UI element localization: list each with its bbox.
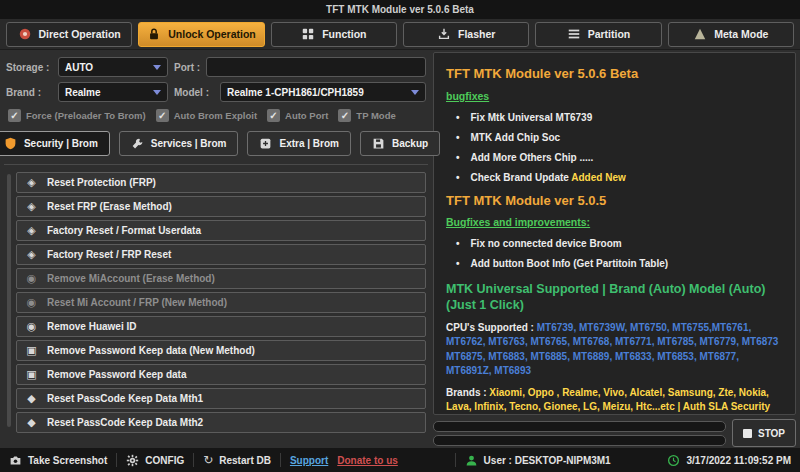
operation-label: Reset PassCode Keep Data Mth2 — [47, 417, 203, 428]
title-bar: TFT MTK Module ver 5.0.6 Beta — [0, 0, 800, 19]
take-screenshot-label: Take Screenshot — [28, 455, 107, 466]
operation-button[interactable]: Reset Protection (FRP) — [16, 172, 426, 193]
operation-button[interactable]: Reset Mi Account / FRP (New Method) — [16, 292, 426, 313]
subtab-backup[interactable]: Backup — [360, 131, 440, 156]
config-label: CONFIG — [145, 455, 184, 466]
mode-checkbox[interactable]: Force (Preloader To Brom) — [8, 109, 146, 122]
tab-meta-mode[interactable]: Meta Mode — [668, 22, 794, 47]
operation-button[interactable]: Remove MiAccount (Erase Method) — [16, 268, 426, 289]
erase-icon — [25, 248, 38, 261]
tab-function[interactable]: Function — [271, 22, 397, 47]
erase-icon — [25, 224, 38, 237]
brand-label: Brand : — [6, 87, 52, 98]
tab-direct-operation[interactable]: Direct Operation — [6, 22, 132, 47]
operation-button[interactable]: Remove Huawei ID — [16, 316, 426, 337]
chevron-down-icon — [153, 65, 161, 70]
operation-label: Reset FRP (Erase Method) — [47, 201, 172, 212]
operation-label: Reset Mi Account / FRP (New Method) — [47, 297, 227, 308]
mode-checkbox[interactable]: Auto Port — [267, 109, 328, 122]
model-label: Model : — [174, 87, 214, 98]
tab-label: Function — [322, 28, 366, 40]
bullet-icon: • — [456, 258, 460, 269]
status-bar: Take Screenshot CONFIG ↻ Restart DB Supp… — [0, 447, 800, 472]
bullet-icon: • — [456, 132, 460, 143]
divider — [116, 453, 117, 467]
operation-button[interactable]: Reset PassCode Keep Data Mth1 — [16, 388, 426, 409]
operation-label: Remove Password Keep data (New Method) — [47, 345, 255, 356]
checkbox-box-icon — [267, 109, 280, 122]
log-text: Fix no connected device Broom — [471, 238, 622, 249]
scrollbar[interactable] — [7, 174, 11, 427]
tab-unlock-operation[interactable]: Unlock Operation — [138, 22, 264, 47]
operation-label: Remove Password Keep data — [47, 369, 187, 380]
log-line: bugfixes — [446, 90, 783, 104]
datetime-status: 3/17/2022 11:09:52 PM — [667, 454, 791, 467]
log-line: •MTK Add Chip Soc — [446, 131, 783, 144]
subtab-extra-brom[interactable]: Extra | Brom — [247, 131, 350, 156]
storage-label: Storage : — [6, 62, 52, 73]
subtab-label: Extra | Brom — [279, 138, 338, 149]
config-button[interactable]: CONFIG — [126, 454, 184, 467]
operation-button[interactable]: Reset FRP (Erase Method) — [16, 196, 426, 217]
brand-select[interactable]: Realme — [58, 82, 168, 102]
operation-label: Factory Reset / Format Userdata — [47, 225, 201, 236]
mode-checkbox[interactable]: Auto Brom Exploit — [156, 109, 257, 122]
subtab-services-brom[interactable]: Services | Brom — [119, 131, 239, 156]
port-input[interactable] — [206, 57, 426, 77]
operation-button[interactable]: Reset PassCode Keep Data Mth2 — [16, 412, 426, 433]
brom-subtabs: Security | Brom Services | Brom Extra | … — [4, 131, 428, 156]
window-title: TFT MTK Module ver 5.0.6 Beta — [326, 4, 474, 15]
model-select[interactable]: Realme 1-CPH1861/CPH1859 — [220, 82, 426, 102]
log-line: •Add button Boot Info (Get Partitoin Tab… — [446, 257, 783, 270]
mode-checkbox[interactable]: TP Mode — [338, 109, 395, 122]
take-screenshot-button[interactable]: Take Screenshot — [9, 454, 107, 467]
subtab-label: Backup — [392, 138, 428, 149]
log-line: MTK Universal Supported | Brand (Auto) M… — [446, 281, 783, 314]
operation-label: Remove MiAccount (Erase Method) — [47, 273, 215, 284]
tab-flasher[interactable]: Flasher — [403, 22, 529, 47]
log-line: TFT MTK Module ver 5.0.5 — [446, 193, 783, 210]
tab-label: Partition — [588, 28, 631, 40]
subtab-security-brom[interactable]: Security | Brom — [0, 131, 110, 156]
stop-label: STOP — [758, 428, 785, 439]
tab-partition[interactable]: Partition — [535, 22, 661, 47]
log-text: Xiaomi, Oppo , Realme, Vivo, Alcatel, Sa… — [446, 387, 770, 415]
progress-bar-2 — [433, 435, 726, 446]
storage-value: AUTO — [65, 62, 93, 73]
operation-button[interactable]: Remove Password Keep data (New Method) — [16, 340, 426, 361]
log-panel[interactable]: TFT MTK Module ver 5.0.6 Betabugfixes•Fi… — [433, 52, 796, 415]
main-area: Storage : AUTO Port : Brand : Realme Mod… — [0, 50, 800, 447]
operation-button[interactable]: Factory Reset / FRP Reset — [16, 244, 426, 265]
restart-db-button[interactable]: ↻ Restart DB — [203, 453, 271, 467]
checkbox-label: Auto Port — [285, 110, 328, 121]
mode-checkboxes: Force (Preloader To Brom) Auto Brom Expl… — [8, 109, 426, 122]
lock-icon — [25, 344, 38, 357]
subtab-label: Security | Brom — [24, 138, 98, 149]
tab-label: Direct Operation — [39, 28, 121, 40]
log-line: Brands : Xiaomi, Oppo , Realme, Vivo, Al… — [446, 386, 783, 415]
operation-label: Remove Huawei ID — [47, 321, 136, 332]
console-bar: STOP — [433, 419, 796, 447]
donate-link[interactable]: Donate to us — [337, 455, 398, 466]
support-link[interactable]: Support — [290, 455, 328, 466]
operation-button[interactable]: Remove Password Keep data — [16, 364, 426, 385]
log-line: •Fix no connected device Broom — [446, 237, 783, 250]
bullet-icon: • — [456, 172, 460, 183]
operation-button[interactable]: Factory Reset / Format Userdata — [16, 220, 426, 241]
lock-icon — [25, 368, 38, 381]
log-text: bugfixes — [446, 90, 489, 102]
restart-icon: ↻ — [203, 453, 213, 467]
left-panel: Storage : AUTO Port : Brand : Realme Mod… — [4, 52, 428, 447]
storage-select[interactable]: AUTO — [58, 57, 168, 77]
log-text: CPU's Supported : — [446, 322, 537, 333]
chevron-down-icon — [153, 90, 161, 95]
user-status: User : DESKTOP-NIPM3M1 — [465, 454, 611, 467]
clock-icon — [667, 454, 680, 467]
key-icon — [25, 416, 38, 429]
camera-icon — [9, 454, 22, 467]
stop-icon — [743, 429, 752, 438]
progress-bar-1 — [433, 421, 726, 432]
log-text: Check Brand Update — [471, 172, 572, 183]
stop-button[interactable]: STOP — [732, 419, 796, 447]
wrench-icon — [131, 137, 144, 150]
